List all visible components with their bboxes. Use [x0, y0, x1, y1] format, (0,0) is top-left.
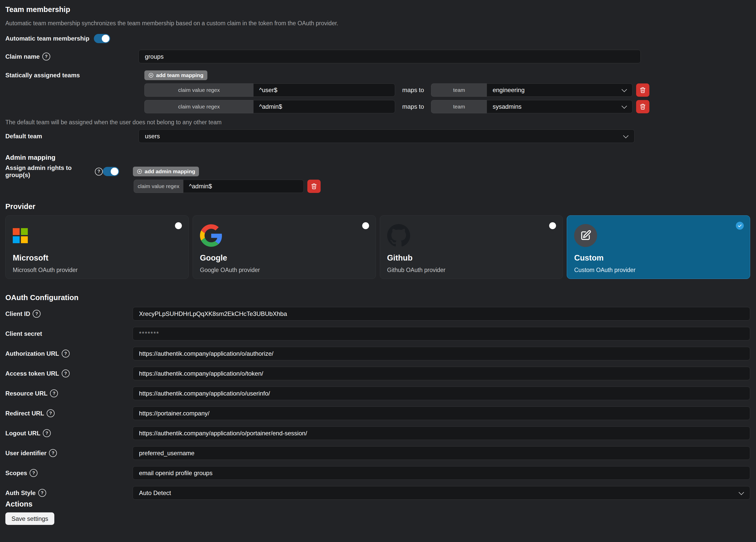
radio-unselected-icon[interactable]	[175, 222, 182, 229]
provider-card-description: Microsoft OAuth provider	[13, 266, 181, 274]
default-team-label: Default team	[5, 133, 42, 140]
check-icon	[738, 223, 742, 228]
user-identifier-input[interactable]	[133, 446, 750, 460]
provider-card-google[interactable]: Google Google OAuth provider	[193, 215, 376, 279]
help-icon[interactable]: ?	[95, 168, 103, 175]
help-icon[interactable]: ?	[49, 449, 57, 457]
authorization-url-label: Authorization URL	[5, 350, 59, 357]
redirect-url-input[interactable]	[133, 407, 750, 420]
claim-regex-group: claim value regex	[144, 83, 395, 97]
provider-card-name: Microsoft	[13, 253, 181, 262]
help-icon[interactable]: ?	[33, 310, 41, 318]
claim-value-regex-addon: claim value regex	[134, 180, 183, 193]
default-team-row: Default team users	[5, 129, 750, 143]
delete-team-mapping-button[interactable]	[636, 100, 649, 113]
team-membership-description: Automatic team membership synchronizes t…	[5, 20, 750, 27]
help-icon[interactable]: ?	[43, 429, 51, 437]
logout-url-row: Logout URL?	[5, 426, 750, 440]
team-mappings-column: add team mapping claim value regex maps …	[144, 70, 649, 113]
user-identifier-row: User identifier?	[5, 446, 750, 460]
scopes-label: Scopes	[5, 470, 27, 477]
team-mapping-row: claim value regex maps to team engineeri…	[144, 83, 649, 97]
help-icon[interactable]: ?	[30, 469, 37, 477]
help-icon[interactable]: ?	[62, 370, 70, 378]
radio-selected-icon[interactable]	[736, 222, 744, 230]
automatic-team-membership-row: Automatic team membership	[5, 33, 750, 44]
access-token-url-row: Access token URL?	[5, 367, 750, 380]
redirect-url-row: Redirect URL?	[5, 407, 750, 420]
admin-mapping-title: Admin mapping	[5, 154, 750, 161]
admin-claim-regex-input[interactable]	[183, 180, 304, 193]
access-token-url-label: Access token URL	[5, 370, 59, 377]
team-select-group: team sysadmins	[431, 100, 633, 113]
toggle-knob	[102, 35, 109, 42]
provider-card-microsoft[interactable]: Microsoft Microsoft OAuth provider	[5, 215, 189, 279]
provider-card-name: Github	[387, 253, 556, 262]
statically-assigned-teams-section: Statically assigned teams add team mappi…	[5, 70, 750, 113]
team-select[interactable]: sysadmins	[487, 100, 633, 113]
provider-card-name: Custom	[574, 253, 743, 262]
delete-admin-mapping-button[interactable]	[307, 180, 321, 193]
team-select[interactable]: engineering	[487, 83, 633, 97]
client-id-label: Client ID	[5, 310, 30, 318]
provider-card-description: Github OAuth provider	[387, 266, 556, 274]
user-identifier-label: User identifier	[5, 450, 46, 457]
resource-url-label: Resource URL	[5, 390, 47, 397]
team-select-group: team engineering	[431, 83, 633, 97]
assign-admin-rights-toggle[interactable]	[103, 167, 119, 176]
redirect-url-label: Redirect URL	[5, 410, 44, 417]
chevron-down-icon	[739, 490, 744, 495]
claim-name-label: Claim name	[5, 53, 40, 60]
oauth-settings-page: Team membership Automatic team membershi…	[0, 0, 756, 525]
help-icon[interactable]: ?	[62, 350, 70, 358]
help-icon[interactable]: ?	[42, 53, 50, 60]
auth-style-select[interactable]: Auto Detect	[133, 486, 750, 500]
help-icon[interactable]: ?	[50, 389, 58, 397]
provider-card-custom[interactable]: Custom Custom OAuth provider	[567, 215, 750, 279]
chevron-down-icon	[622, 103, 627, 109]
logout-url-input[interactable]	[133, 426, 750, 440]
maps-to-label: maps to	[402, 103, 424, 110]
access-token-url-input[interactable]	[133, 367, 750, 380]
client-id-input[interactable]	[133, 307, 750, 321]
provider-title: Provider	[5, 202, 750, 211]
add-admin-mapping-button[interactable]: add admin mapping	[133, 167, 199, 176]
team-membership-title: Team membership	[5, 5, 750, 14]
auth-style-label: Auth Style	[5, 489, 36, 497]
claim-regex-input[interactable]	[253, 100, 395, 113]
scopes-row: Scopes?	[5, 466, 750, 480]
resource-url-input[interactable]	[133, 387, 750, 400]
team-addon: team	[431, 83, 487, 97]
chevron-down-icon	[622, 87, 627, 92]
custom-provider-icon	[574, 224, 597, 247]
client-id-row: Client ID?	[5, 307, 750, 321]
admin-mapping-row: claim value regex	[134, 180, 750, 193]
radio-unselected-icon[interactable]	[362, 222, 369, 229]
default-team-note: The default team will be assigned when t…	[5, 119, 750, 126]
resource-url-row: Resource URL?	[5, 387, 750, 400]
client-secret-input[interactable]	[133, 327, 750, 341]
auth-style-row: Auth Style? Auto Detect	[5, 486, 750, 500]
add-team-mapping-button[interactable]: add team mapping	[144, 70, 207, 80]
claim-value-regex-addon: claim value regex	[144, 100, 253, 113]
actions-title: Actions	[5, 500, 750, 508]
delete-team-mapping-button[interactable]	[636, 83, 649, 97]
authorization-url-input[interactable]	[133, 347, 750, 360]
provider-card-github[interactable]: Github Github OAuth provider	[380, 215, 563, 279]
claim-name-row: Claim name ?	[5, 50, 750, 63]
plus-circle-icon	[148, 72, 154, 78]
authorization-url-row: Authorization URL?	[5, 347, 750, 360]
save-settings-button[interactable]: Save settings	[5, 512, 54, 525]
help-icon[interactable]: ?	[38, 489, 46, 497]
provider-cards: Microsoft Microsoft OAuth provider Googl…	[5, 215, 750, 279]
assign-admin-rights-label: Assign admin rights to group(s)	[5, 164, 92, 179]
scopes-input[interactable]	[133, 466, 750, 480]
automatic-team-membership-toggle[interactable]	[94, 34, 110, 43]
claim-regex-input[interactable]	[253, 83, 395, 97]
client-secret-row: Client secret	[5, 327, 750, 341]
claim-name-input[interactable]	[138, 50, 641, 63]
google-logo-icon	[200, 224, 222, 247]
help-icon[interactable]: ?	[47, 409, 55, 417]
default-team-select[interactable]: users	[138, 129, 635, 143]
claim-value-regex-addon: claim value regex	[144, 83, 253, 97]
